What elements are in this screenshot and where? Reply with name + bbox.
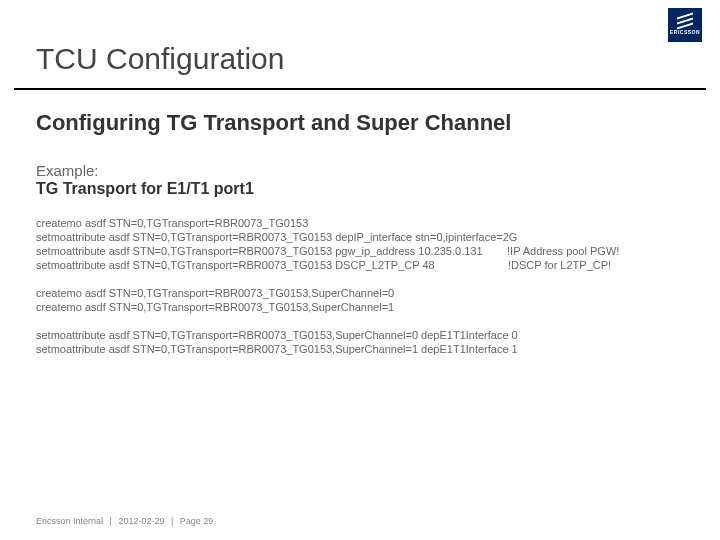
- ericsson-logo: ERICSSON: [668, 8, 702, 42]
- footer-classification: Ericsson Internal: [36, 516, 103, 526]
- code-block: createmo asdf STN=0,TGTransport=RBR0073_…: [36, 216, 619, 356]
- footer-date: 2012-02-29: [118, 516, 164, 526]
- example-label: Example:: [36, 162, 99, 179]
- footer: Ericsson Internal | 2012-02-29 | Page 29: [36, 516, 213, 526]
- brand-name: ERICSSON: [670, 29, 700, 35]
- section-label: TG Transport for E1/T1 port1: [36, 180, 254, 198]
- slide-title: TCU Configuration: [36, 42, 284, 76]
- subtitle: Configuring TG Transport and Super Chann…: [36, 110, 511, 136]
- divider: [14, 88, 706, 90]
- footer-page: Page 29: [180, 516, 214, 526]
